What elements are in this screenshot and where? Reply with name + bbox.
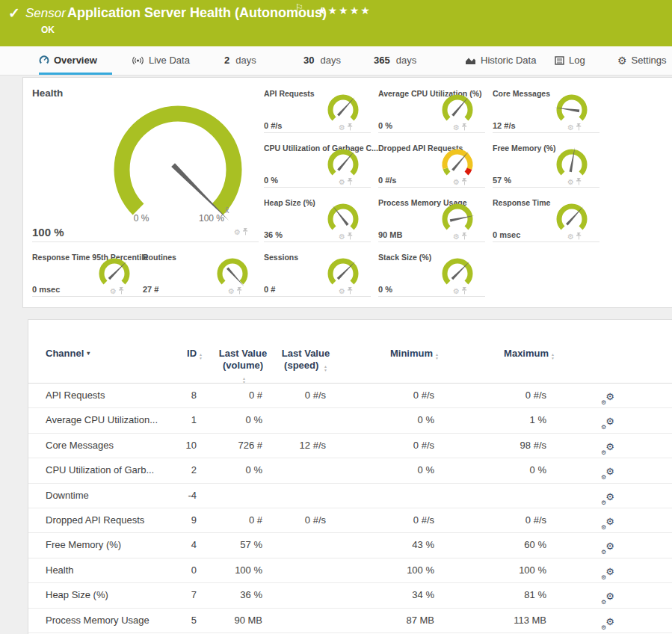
tab-label: days — [396, 55, 416, 66]
tab-2-days[interactable]: 2days — [224, 46, 256, 74]
last-value-volume: 36 % — [240, 589, 262, 600]
channel-settings-gear-icon[interactable]: ⚙ — [339, 124, 345, 132]
pin-icon[interactable] — [576, 178, 582, 186]
channel-settings-gear-icon[interactable]: ⚙ — [234, 229, 241, 236]
channel-settings-gear-icon[interactable]: ⚙ — [453, 233, 460, 241]
status-ok-check-icon: ✓ — [8, 4, 20, 22]
tab-365-days[interactable]: 365days — [374, 46, 416, 74]
channel-settings-gear-icon[interactable]: ⚙ — [339, 179, 345, 186]
gauge-tile-api-requests[interactable]: API Requests0 #/s⚙ — [264, 89, 371, 133]
gauge-tile-title: Free Memory (%) — [493, 144, 556, 153]
tab-historic-data[interactable]: Historic Data — [465, 46, 536, 74]
gauge-tile-title: Core Messages — [493, 89, 550, 98]
channel-row-health[interactable]: Health0100 %100 %100 %⚙⚙ — [28, 558, 672, 583]
channel-name[interactable]: Health — [46, 564, 74, 576]
tab-label: days — [320, 55, 340, 66]
tab-30-days[interactable]: 30days — [303, 46, 341, 74]
channel-settings-gear-icon[interactable]: ⚙ — [339, 233, 345, 241]
channel-row-free-memory[interactable]: Free Memory (%)457 %43 %60 %⚙⚙ — [28, 533, 672, 558]
channel-settings-gear-icon[interactable]: ⚙ — [339, 288, 345, 295]
gauge-tile-stack-size[interactable]: Stack Size (%)0 %⚙ — [378, 253, 485, 297]
gauge-tile-dropped-api-requests[interactable]: Dropped API Requests0 #/s⚙ — [378, 144, 485, 188]
pin-icon[interactable] — [576, 123, 582, 132]
channel-settings-gear-icon[interactable]: ⚙ — [110, 288, 117, 295]
channel-settings-gear-icon[interactable]: ⚙ — [567, 124, 574, 132]
pin-icon[interactable] — [347, 178, 354, 186]
channel-name[interactable]: Heap Size (%) — [46, 589, 108, 600]
column-header-maximum[interactable]: Maximum▲▼ — [504, 348, 555, 360]
minimum-value: 43 % — [412, 539, 434, 550]
column-header-channel[interactable]: Channel▾ — [46, 348, 90, 359]
channel-name[interactable]: Average CPU Utilization... — [46, 414, 158, 425]
pin-icon[interactable] — [461, 178, 468, 186]
average-marker: x̄ — [225, 206, 229, 215]
gauge-tile-response-time-95th-percentile[interactable]: Response Time 95th Percentile0 msec⚙ — [32, 253, 143, 297]
column-header-last-value-speed[interactable]: Last Value(speed) ▲▼ — [261, 348, 351, 372]
pin-icon[interactable] — [347, 287, 354, 295]
channel-name[interactable]: Downtime — [46, 490, 89, 501]
gauges-panel: Health 0 % 100 % 100 % x̄ ⚙ API Requests… — [22, 77, 672, 308]
channel-settings-gear-icon[interactable]: ⚙ — [453, 288, 460, 295]
channel-id: -4 — [188, 490, 197, 501]
area-chart-icon — [465, 56, 476, 65]
channel-settings-gear-icon[interactable]: ⚙ — [567, 179, 574, 186]
channel-row-process-memory-usage[interactable]: Process Memory Usage590 MB87 MB113 MB⚙⚙ — [28, 609, 672, 633]
mini-gauge — [552, 201, 592, 237]
gauge-tile-actions: ⚙ — [339, 287, 354, 295]
gauge-tile-heap-size[interactable]: Heap Size (%)36 %⚙ — [264, 198, 371, 242]
gauge-tile-average-cpu-utilization[interactable]: Average CPU Utilization (%)0 %⚙ — [378, 89, 485, 133]
channel-id: 1 — [191, 414, 197, 425]
tab-overview[interactable]: Overview — [39, 46, 97, 74]
channel-name[interactable]: Core Messages — [46, 440, 114, 451]
gauge-tile-response-time[interactable]: Response Time0 msec⚙ — [493, 198, 599, 242]
channel-row-average-cpu-utilization[interactable]: Average CPU Utilization...10 %0 %1 %⚙⚙ — [28, 408, 672, 433]
tab-settings[interactable]: ⚙Settings — [617, 46, 667, 74]
channel-row-cpu-utilization-of-garb[interactable]: CPU Utilization of Garb...20 %0 %0 %⚙⚙ — [28, 458, 672, 483]
channel-name[interactable]: API Requests — [46, 390, 105, 401]
pin-icon[interactable] — [461, 287, 468, 295]
pin-icon[interactable] — [347, 233, 354, 241]
pin-icon[interactable] — [461, 123, 468, 132]
priority-stars[interactable]: ★★★★★ — [317, 4, 372, 16]
pin-icon[interactable] — [347, 123, 354, 132]
pin-icon[interactable] — [461, 233, 468, 241]
channel-settings-gear-icon[interactable]: ⚙ — [228, 288, 235, 295]
channel-name[interactable]: Dropped API Requests — [46, 514, 144, 526]
last-value-volume: 0 # — [249, 390, 262, 401]
channel-row-downtime[interactable]: Downtime-4⚙⚙ — [28, 484, 672, 508]
channel-name[interactable]: Process Memory Usage — [46, 615, 149, 626]
tab-log[interactable]: Log — [555, 46, 585, 74]
gauge-tile-process-memory-usage[interactable]: Process Memory Usage90 MB⚙ — [378, 198, 485, 242]
gauge-tile-core-messages[interactable]: Core Messages12 #/s⚙ — [493, 89, 599, 133]
channel-settings-gear-icon[interactable]: ⚙ — [453, 124, 460, 132]
column-header-minimum[interactable]: Minimum▲▼ — [390, 348, 439, 360]
channel-row-dropped-api-requests[interactable]: Dropped API Requests90 #0 #/s0 #/s0 #/s⚙… — [28, 508, 672, 533]
tab-range-number: 365 — [374, 55, 390, 66]
maximum-value: 98 #/s — [520, 440, 546, 451]
gauge-tile-actions: ⚙ — [453, 123, 468, 132]
channel-row-core-messages[interactable]: Core Messages10726 #12 #/s0 #/s98 #/s⚙⚙ — [28, 434, 672, 458]
pin-icon[interactable] — [576, 233, 582, 241]
channel-name[interactable]: Free Memory (%) — [46, 539, 121, 550]
channel-row-heap-size[interactable]: Heap Size (%)736 %34 %81 %⚙⚙ — [28, 583, 672, 608]
gauge-value: 27 # — [143, 285, 158, 294]
gauge-tile-cpu-utilization-of-garbage-c[interactable]: CPU Utilization of Garbage C...0 %⚙ — [264, 144, 371, 188]
object-kind-label: Sensor — [25, 6, 66, 21]
gauge-tile-sessions[interactable]: Sessions0 #⚙ — [264, 253, 371, 297]
tab-live-data[interactable]: Live Data — [132, 46, 190, 74]
gauge-tile-actions: ⚙ — [339, 123, 354, 132]
channel-name[interactable]: CPU Utilization of Garb... — [46, 464, 154, 476]
flag-icon[interactable]: ⚐ — [295, 2, 303, 13]
gauge-tile-health[interactable]: 0 % 100 % 100 % x̄ ⚙ — [32, 89, 259, 242]
pin-icon[interactable] — [236, 287, 243, 295]
gauge-tile-routines[interactable]: Routines27 #⚙ — [143, 253, 264, 297]
health-gauge — [90, 97, 266, 236]
gauge-tile-free-memory[interactable]: Free Memory (%)57 %⚙ — [493, 144, 599, 188]
channel-row-api-requests[interactable]: API Requests80 #0 #/s0 #/s0 #/s⚙⚙ — [28, 384, 672, 408]
pin-icon[interactable] — [242, 228, 249, 236]
pin-icon[interactable] — [118, 287, 125, 295]
mini-gauge — [437, 201, 478, 237]
channel-settings-gear-icon[interactable]: ⚙ — [567, 233, 574, 241]
maximum-value: 0 % — [530, 464, 546, 476]
channel-settings-gear-icon[interactable]: ⚙ — [453, 179, 460, 186]
